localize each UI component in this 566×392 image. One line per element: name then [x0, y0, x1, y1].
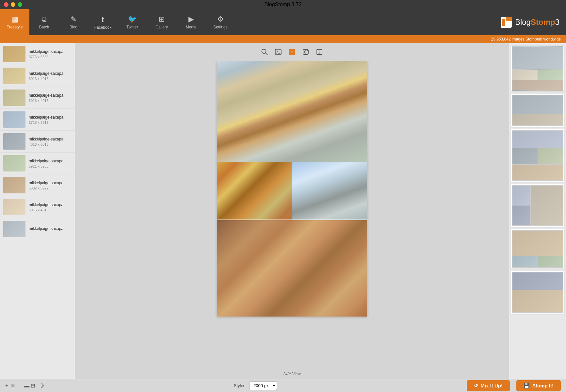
file-info: mikkelpaige-saxapa... 5921 x 3953 — [29, 159, 72, 168]
file-thumbnail — [3, 221, 25, 237]
list-view-button[interactable]: ▬ — [24, 383, 29, 389]
stomp-it-button[interactable]: 💾 Stomp It! — [516, 380, 561, 391]
bottom-left-controls: + ✕ ▬ ⊞ — [5, 383, 35, 389]
file-size: 3775 x 5655 — [29, 55, 72, 59]
file-thumbnail — [3, 155, 25, 172]
font-icon[interactable]: Aa — [275, 48, 282, 57]
svg-point-13 — [307, 50, 308, 51]
file-thumbnail — [3, 199, 25, 215]
stomp-icon: 💾 — [524, 383, 530, 389]
template-item[interactable] — [511, 271, 564, 314]
toolbar-item-freestyle[interactable]: ▦ Freestyle — [0, 9, 29, 35]
file-list-panel: mikkelpaige-saxapa... 3775 x 5655 mikkel… — [0, 43, 75, 379]
toolbar-item-settings[interactable]: ⚙ Settings — [206, 9, 235, 35]
grid-view-button[interactable]: ⊞ — [31, 383, 35, 389]
toolbar-item-media[interactable]: ▶ Media — [176, 9, 206, 35]
file-item[interactable]: mikkelpaige-saxapa... 6016 x 4016 — [0, 87, 75, 109]
file-name: mikkelpaige-saxapa... — [29, 181, 72, 185]
file-name: mikkelpaige-saxapa... — [29, 71, 72, 76]
batch-label: Batch — [39, 25, 49, 29]
facebook-label: Facebook — [94, 25, 112, 30]
gallery-label: Gallery — [155, 25, 168, 29]
toolbar-item-gallery[interactable]: ⊞ Gallery — [147, 9, 176, 35]
facebook-frame-icon[interactable]: f — [316, 48, 323, 57]
preview-toolbar: Aa f — [261, 43, 323, 61]
file-info: mikkelpaige-saxapa... 3775 x 5655 — [29, 49, 72, 59]
svg-text:f: f — [318, 50, 320, 55]
mix-label: Mix It Up! — [481, 383, 503, 388]
mix-it-up-button[interactable]: ↺ Mix It Up! — [467, 380, 510, 391]
canvas-row-middle — [217, 162, 367, 220]
canvas-image-mid-left — [217, 162, 292, 220]
media-label: Media — [186, 25, 197, 29]
toolbar-item-batch[interactable]: ⧉ Batch — [29, 9, 59, 35]
file-thumbnail — [3, 111, 25, 128]
toolbar-item-twitter[interactable]: 🐦 Twitter — [118, 9, 147, 35]
svg-rect-7 — [289, 49, 292, 52]
layout-icon[interactable] — [288, 48, 296, 57]
canvas-area — [210, 61, 374, 369]
file-info: mikkelpaige-saxapa... 6016 x 4016 — [29, 203, 72, 212]
instagram-icon[interactable] — [302, 48, 309, 57]
svg-rect-10 — [292, 52, 295, 55]
traffic-lights — [4, 2, 22, 7]
file-item[interactable]: mikkelpaige-saxapa... 5882 x 3927 — [0, 174, 75, 196]
maximize-button[interactable] — [18, 2, 22, 7]
close-button[interactable] — [4, 2, 8, 7]
size-select[interactable]: 800 px 1000 px 1200 px 1500 px 2000 px 2… — [249, 381, 277, 390]
blog-label: Blog — [70, 25, 77, 29]
template-item[interactable] — [511, 46, 564, 91]
canvas-image-bottom — [217, 220, 367, 317]
file-size: 5921 x 3953 — [29, 164, 72, 168]
stats-text: 29,953,842 images Stomped! worldwide — [491, 37, 561, 41]
file-item[interactable]: mikkelpaige-saxapa... 5718 x 3817 — [0, 109, 75, 131]
file-info: mikkelpaige-saxapa... 5718 x 3817 — [29, 115, 72, 124]
toolbar: ▦ Freestyle ⧉ Batch ✎ Blog f Facebook 🐦 … — [0, 9, 566, 35]
settings-icon: ⚙ — [217, 15, 224, 24]
file-info: mikkelpaige-saxapa... 4016 x 6016 — [29, 137, 72, 146]
template-item[interactable] — [511, 184, 564, 227]
file-info: mikkelpaige-saxapa... 5882 x 3927 — [29, 181, 72, 190]
search-icon[interactable] — [261, 48, 268, 57]
template-item[interactable] — [511, 94, 564, 127]
template-item[interactable] — [511, 229, 564, 269]
view-label: 34% View — [283, 369, 300, 379]
file-item[interactable]: mikkelpaige-saxapa... 5921 x 3953 — [0, 153, 75, 174]
file-size: 6016 x 4016 — [29, 99, 72, 103]
file-name: mikkelpaige-saxapa... — [29, 137, 72, 141]
add-button[interactable]: + — [5, 383, 8, 389]
theme-toggle-icon[interactable]: ☽ — [39, 382, 44, 389]
file-name: mikkelpaige-saxapa... — [29, 159, 72, 163]
toolbar-item-blog[interactable]: ✎ Blog — [59, 9, 88, 35]
blog-icon: ✎ — [71, 15, 76, 24]
file-item[interactable]: mikkelpaige-saxapa... 3775 x 5655 — [0, 43, 75, 65]
file-name: mikkelpaige-saxapa... — [29, 49, 72, 54]
media-icon: ▶ — [188, 15, 194, 24]
settings-label: Settings — [213, 25, 227, 29]
svg-rect-8 — [292, 49, 295, 52]
file-name: mikkelpaige-saxapa... — [29, 203, 72, 207]
file-name: mikkelpaige-saxapa... — [29, 115, 72, 120]
svg-text:Aa: Aa — [276, 50, 281, 54]
file-item[interactable]: mikkelpaige-saxapa... — [0, 218, 75, 240]
file-thumbnail — [3, 68, 25, 84]
file-name: mikkelpaige-saxapa... — [29, 93, 72, 98]
file-item[interactable]: mikkelpaige-saxapa... 6016 x 4016 — [0, 65, 75, 87]
file-thumbnail — [3, 133, 25, 150]
logo-icon — [500, 16, 512, 28]
file-size: 5882 x 3927 — [29, 186, 72, 190]
toolbar-item-facebook[interactable]: f Facebook — [88, 9, 118, 35]
file-item[interactable]: mikkelpaige-saxapa... 4016 x 6016 — [0, 131, 75, 153]
remove-button[interactable]: ✕ — [11, 383, 15, 389]
logo-text: Blog Stomp 3 — [515, 18, 559, 27]
batch-icon: ⧉ — [41, 15, 47, 24]
template-item[interactable] — [511, 129, 564, 182]
file-item[interactable]: mikkelpaige-saxapa... 6016 x 4016 — [0, 196, 75, 218]
main-content: mikkelpaige-saxapa... 3775 x 5655 mikkel… — [0, 43, 566, 379]
file-thumbnail — [3, 90, 25, 106]
image-canvas — [217, 61, 367, 317]
file-info: mikkelpaige-saxapa... — [29, 226, 72, 232]
svg-line-4 — [266, 53, 267, 55]
minimize-button[interactable] — [11, 2, 15, 7]
file-size: 5718 x 3817 — [29, 121, 72, 124]
